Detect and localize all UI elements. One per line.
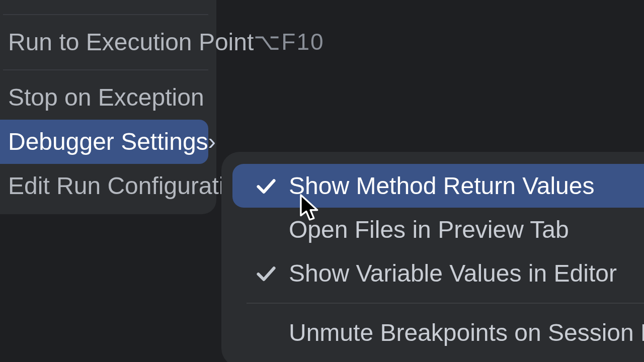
debugger-context-menu: Force Step Into ⌥⇧F7 Step Out Into ⇧F7 R…	[0, 0, 216, 214]
submenu-item-open-files-in-preview-tab[interactable]: Open Files in Preview Tab	[232, 208, 644, 251]
menu-item-shortcut: ⌥F10	[254, 28, 324, 57]
check-icon	[244, 261, 289, 286]
submenu-item-show-method-return-values[interactable]: Show Method Return Values	[232, 164, 644, 208]
submenu-item-unmute-breakpoints-on-session-end[interactable]: Unmute Breakpoints on Session End	[232, 311, 644, 354]
menu-separator	[247, 303, 644, 304]
submenu-item-label: Open Files in Preview Tab	[289, 213, 569, 246]
menu-item-label: Stop on Exception	[8, 82, 204, 113]
menu-separator	[3, 69, 208, 70]
menu-item-label: Step Out Into	[8, 0, 150, 2]
submenu-item-label: Show Method Return Values	[289, 169, 594, 203]
menu-separator	[3, 14, 208, 15]
submenu-item-label: Unmute Breakpoints on Session End	[289, 316, 644, 349]
chevron-right-icon: ›	[208, 127, 216, 156]
check-icon	[244, 174, 289, 198]
debugger-settings-submenu: Show Method Return Values Open Files in …	[221, 152, 644, 362]
menu-item-debugger-settings[interactable]: Debugger Settings ›	[0, 120, 208, 164]
menu-item-edit-run-configuration[interactable]: Edit Run Configuration...	[0, 164, 208, 208]
menu-item-label: Run to Execution Point	[8, 27, 254, 57]
menu-item-shortcut: ⇧F7	[150, 0, 200, 2]
menu-item-run-to-execution-point[interactable]: Run to Execution Point ⌥F10	[0, 20, 208, 64]
menu-item-stop-on-exception[interactable]: Stop on Exception	[0, 75, 208, 120]
menu-item-step-out-into[interactable]: Step Out Into ⇧F7	[0, 0, 208, 9]
submenu-item-show-variable-values-in-editor[interactable]: Show Variable Values in Editor	[232, 251, 644, 295]
submenu-item-label: Show Variable Values in Editor	[289, 256, 617, 290]
menu-item-label: Debugger Settings	[8, 127, 208, 157]
